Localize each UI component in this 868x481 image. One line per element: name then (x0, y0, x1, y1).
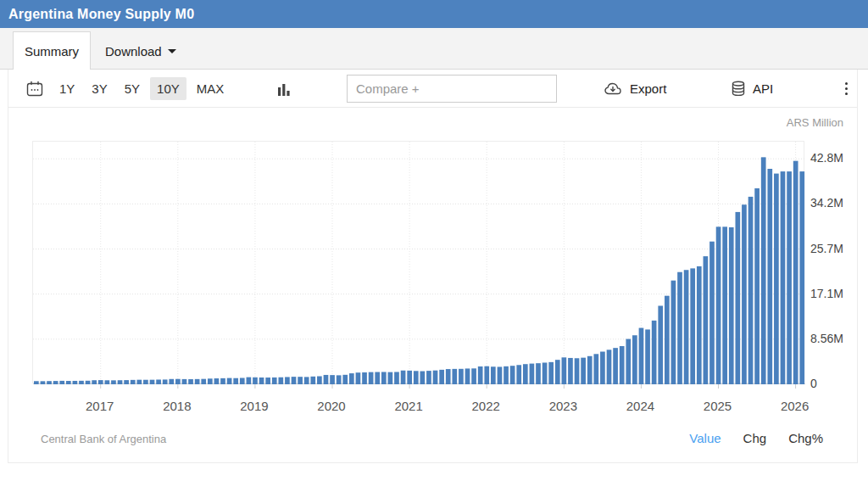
bar[interactable] (342, 375, 348, 384)
bar[interactable] (47, 381, 52, 384)
bar[interactable] (581, 358, 586, 384)
bar[interactable] (600, 352, 605, 385)
bar[interactable] (401, 371, 406, 384)
bar[interactable] (330, 375, 335, 384)
bar[interactable] (420, 372, 426, 384)
bar[interactable] (671, 281, 676, 384)
bar[interactable] (459, 369, 464, 384)
bar[interactable] (767, 169, 772, 384)
bar[interactable] (523, 364, 528, 384)
bar[interactable] (349, 373, 354, 384)
bar[interactable] (201, 379, 206, 384)
bar[interactable] (722, 227, 727, 384)
bar[interactable] (59, 381, 64, 384)
bar[interactable] (310, 377, 315, 384)
bar[interactable] (317, 377, 322, 385)
bar[interactable] (593, 354, 598, 384)
bar[interactable] (530, 364, 535, 384)
bar[interactable] (439, 370, 444, 384)
bar[interactable] (575, 358, 580, 384)
bar[interactable] (665, 296, 670, 384)
bar[interactable] (562, 357, 567, 384)
bar[interactable] (388, 372, 393, 384)
tab-summary[interactable]: Summary (13, 31, 91, 70)
bar[interactable] (118, 380, 123, 384)
bar[interactable] (41, 381, 46, 384)
footer-link-chgpct[interactable]: Chg% (788, 431, 823, 445)
tab-download[interactable]: Download (93, 31, 188, 70)
bar[interactable] (465, 368, 470, 384)
bar[interactable] (709, 242, 715, 384)
bar[interactable] (105, 380, 110, 384)
bar[interactable] (136, 380, 142, 384)
bar[interactable] (220, 378, 225, 384)
bar[interactable] (169, 379, 174, 384)
bar[interactable] (369, 372, 374, 384)
bar[interactable] (98, 380, 103, 384)
bar[interactable] (484, 366, 489, 384)
bar[interactable] (298, 377, 303, 384)
bar[interactable] (684, 270, 689, 384)
bar[interactable] (658, 305, 663, 384)
bar[interactable] (677, 272, 682, 384)
bar[interactable] (652, 321, 657, 384)
bar[interactable] (324, 375, 329, 384)
bar[interactable] (272, 378, 277, 384)
bar[interactable] (124, 380, 129, 384)
bar[interactable] (704, 256, 709, 384)
bar[interactable] (214, 378, 220, 384)
bar[interactable] (787, 171, 792, 384)
bar[interactable] (620, 346, 625, 384)
bar[interactable] (478, 366, 483, 384)
bar[interactable] (690, 268, 695, 384)
range-button-1y[interactable]: 1Y (53, 77, 81, 100)
bar[interactable] (337, 375, 342, 384)
bar[interactable] (34, 381, 39, 384)
bar[interactable] (568, 358, 573, 384)
bar[interactable] (79, 381, 84, 384)
bar[interactable] (278, 378, 283, 384)
bar[interactable] (446, 369, 451, 384)
bar[interactable] (92, 380, 97, 384)
bar[interactable] (754, 188, 760, 384)
bar[interactable] (433, 371, 438, 384)
bar[interactable] (253, 378, 258, 384)
bar[interactable] (362, 372, 367, 384)
bar[interactable] (626, 339, 631, 384)
bar[interactable] (111, 380, 116, 384)
bar[interactable] (645, 329, 650, 384)
bar[interactable] (516, 365, 521, 384)
bar[interactable] (555, 360, 560, 384)
bar[interactable] (697, 266, 702, 384)
range-button-5y[interactable]: 5Y (118, 77, 147, 100)
bar[interactable] (208, 378, 213, 384)
bar[interactable] (304, 377, 309, 384)
bar[interactable] (774, 174, 779, 384)
bar[interactable] (233, 378, 238, 384)
bar[interactable] (452, 369, 457, 384)
bar[interactable] (716, 227, 721, 384)
bar[interactable] (607, 350, 612, 384)
bar[interactable] (407, 371, 412, 384)
export-button[interactable]: Export (604, 70, 666, 108)
bar[interactable] (285, 377, 290, 384)
bar[interactable] (729, 227, 734, 384)
range-button-3y[interactable]: 3Y (85, 77, 114, 100)
bar[interactable] (247, 378, 252, 384)
bar[interactable] (381, 372, 387, 384)
bar[interactable] (163, 379, 168, 384)
bar[interactable] (536, 363, 541, 384)
bar[interactable] (150, 380, 155, 384)
bar[interactable] (356, 372, 361, 384)
bar[interactable] (799, 171, 804, 384)
bar[interactable] (632, 335, 637, 384)
bar[interactable] (793, 161, 798, 384)
bar[interactable] (227, 378, 232, 384)
bar[interactable] (73, 381, 78, 384)
bar[interactable] (53, 381, 58, 384)
bar[interactable] (188, 379, 193, 384)
bar[interactable] (735, 212, 740, 384)
footer-link-value[interactable]: Value (689, 431, 721, 445)
bar[interactable] (781, 171, 786, 384)
bar[interactable] (748, 197, 754, 384)
